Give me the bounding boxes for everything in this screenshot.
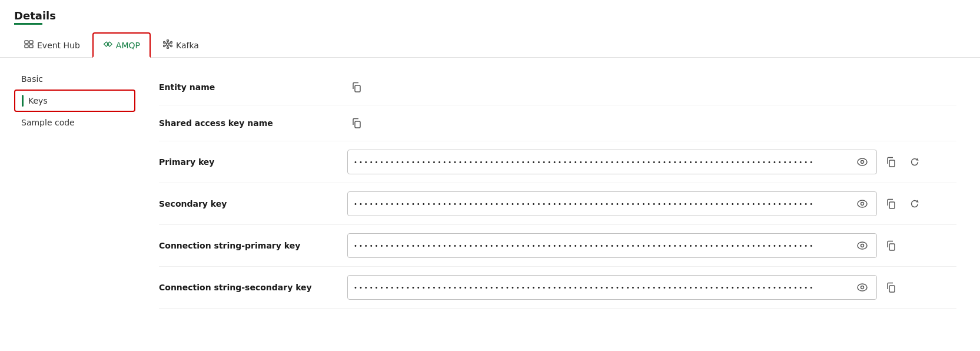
field-row-entity-name: Entity name [159, 69, 956, 105]
sidebar-item-keys[interactable]: Keys [14, 90, 135, 112]
svg-rect-3 [29, 45, 33, 48]
connection-string-secondary-eye-button[interactable] [854, 279, 871, 296]
svg-rect-17 [355, 85, 360, 92]
svg-point-7 [163, 42, 165, 44]
field-row-primary-key: Primary key ••••••••••••••••••••••••••••… [159, 141, 956, 183]
title-underline [14, 23, 42, 25]
primary-key-copy-button[interactable] [882, 153, 901, 171]
connection-string-primary-label: Connection string-primary key [159, 241, 347, 250]
tab-event-hub[interactable]: Event Hub [14, 33, 90, 57]
svg-rect-18 [355, 121, 360, 128]
svg-line-15 [165, 45, 167, 46]
sidebar-item-basic[interactable]: Basic [14, 69, 135, 88]
kafka-icon [163, 39, 172, 51]
svg-point-6 [167, 47, 168, 49]
field-row-connection-string-secondary: Connection string-secondary key ••••••••… [159, 267, 956, 309]
svg-point-23 [861, 203, 864, 206]
secondary-key-label: Secondary key [159, 199, 347, 208]
sidebar-keys-label: Keys [28, 96, 48, 105]
connection-string-primary-input: ••••••••••••••••••••••••••••••••••••••••… [347, 233, 877, 258]
connection-string-secondary-value: ••••••••••••••••••••••••••••••••••••••••… [347, 275, 956, 300]
tab-kafka-label: Kafka [176, 41, 199, 50]
primary-key-dots: ••••••••••••••••••••••••••••••••••••••••… [354, 159, 854, 165]
shared-access-key-name-label: Shared access key name [159, 118, 347, 128]
svg-rect-24 [889, 202, 895, 208]
secondary-key-copy-button[interactable] [882, 194, 901, 213]
svg-rect-30 [889, 286, 895, 292]
page: Details Event Hub [0, 0, 980, 351]
svg-point-4 [167, 43, 169, 45]
connection-string-secondary-label: Connection string-secondary key [159, 283, 347, 292]
svg-line-16 [169, 45, 171, 46]
svg-rect-21 [889, 160, 895, 167]
connection-string-primary-dots: ••••••••••••••••••••••••••••••••••••••••… [354, 243, 854, 249]
secondary-key-dots: ••••••••••••••••••••••••••••••••••••••••… [354, 201, 854, 207]
field-row-connection-string-primary: Connection string-primary key ••••••••••… [159, 225, 956, 267]
secondary-key-value: ••••••••••••••••••••••••••••••••••••••••… [347, 191, 956, 216]
field-row-shared-access-key-name: Shared access key name [159, 105, 956, 141]
sidebar: Basic Keys Sample code [0, 58, 135, 351]
svg-point-9 [163, 45, 165, 47]
connection-string-primary-eye-button[interactable] [854, 237, 871, 254]
event-hub-icon [24, 39, 34, 51]
sidebar-basic-label: Basic [21, 74, 43, 84]
main-content: Basic Keys Sample code Entity name [0, 58, 980, 351]
connection-string-primary-copy-button[interactable] [882, 236, 901, 255]
svg-rect-1 [25, 45, 28, 48]
entity-name-label: Entity name [159, 82, 347, 92]
svg-point-25 [858, 242, 867, 249]
keys-indicator [22, 95, 24, 107]
secondary-key-refresh-button[interactable] [905, 194, 924, 213]
connection-string-primary-value: ••••••••••••••••••••••••••••••••••••••••… [347, 233, 956, 258]
sidebar-sample-code-label: Sample code [21, 118, 75, 127]
shared-access-key-name-copy-button[interactable] [347, 114, 366, 133]
connection-string-secondary-copy-button[interactable] [882, 278, 901, 297]
svg-point-8 [170, 42, 172, 44]
svg-point-19 [858, 158, 867, 165]
svg-rect-27 [889, 244, 895, 250]
primary-key-value: ••••••••••••••••••••••••••••••••••••••••… [347, 150, 956, 174]
svg-point-10 [170, 45, 172, 47]
secondary-key-eye-button[interactable] [854, 196, 871, 212]
svg-point-22 [858, 200, 867, 207]
svg-point-29 [861, 286, 864, 289]
page-header: Details [0, 0, 980, 32]
page-title: Details [14, 9, 966, 22]
tab-amqp[interactable]: AMQP [92, 32, 151, 58]
secondary-key-input: ••••••••••••••••••••••••••••••••••••••••… [347, 191, 877, 216]
content-area: Entity name Shared access key name [135, 58, 980, 351]
primary-key-eye-button[interactable] [854, 154, 871, 170]
primary-key-input: ••••••••••••••••••••••••••••••••••••••••… [347, 150, 877, 174]
tab-amqp-label: AMQP [116, 41, 140, 50]
svg-point-20 [861, 161, 864, 164]
amqp-icon [103, 39, 112, 51]
tab-kafka[interactable]: Kafka [153, 33, 209, 57]
connection-string-secondary-input: ••••••••••••••••••••••••••••••••••••••••… [347, 275, 877, 300]
svg-point-5 [167, 40, 168, 42]
entity-name-value [347, 78, 956, 97]
svg-point-28 [858, 284, 867, 291]
entity-name-copy-button[interactable] [347, 78, 366, 97]
primary-key-label: Primary key [159, 157, 347, 167]
svg-rect-2 [29, 41, 33, 44]
shared-access-key-name-value [347, 114, 956, 133]
svg-rect-0 [25, 41, 28, 44]
tab-bar: Event Hub AMQP [0, 32, 980, 58]
connection-string-secondary-dots: ••••••••••••••••••••••••••••••••••••••••… [354, 284, 854, 291]
svg-line-13 [165, 43, 167, 44]
svg-line-14 [169, 43, 171, 44]
tab-event-hub-label: Event Hub [37, 41, 80, 50]
sidebar-item-sample-code[interactable]: Sample code [14, 113, 135, 132]
primary-key-refresh-button[interactable] [905, 153, 924, 171]
field-row-secondary-key: Secondary key ••••••••••••••••••••••••••… [159, 183, 956, 225]
svg-point-26 [861, 244, 864, 247]
